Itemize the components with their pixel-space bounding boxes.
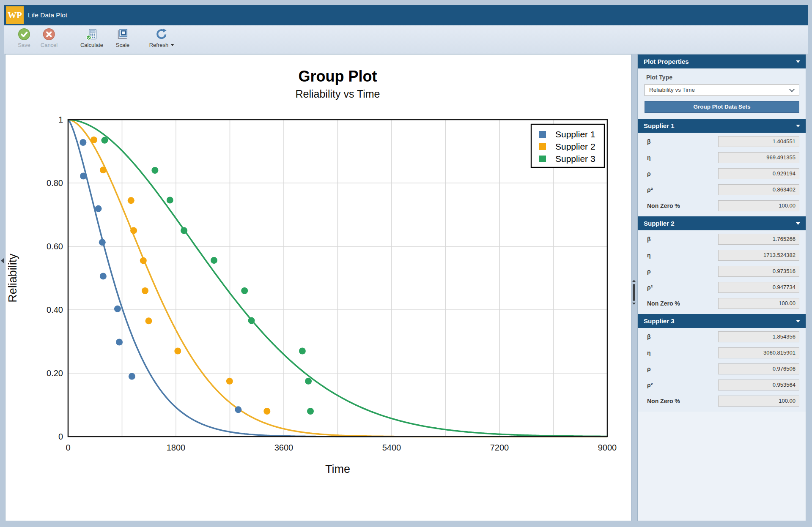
supplier-1-section-header[interactable]: Supplier 1 (638, 119, 806, 133)
table-row: Non Zero %100.00 (638, 396, 806, 407)
table-row: β1.854356 (638, 331, 806, 343)
eta-value-field: 3060.815901 (718, 347, 799, 358)
rho-squared-label: ρ² (647, 284, 653, 291)
table-row: β1.765266 (638, 234, 806, 245)
beta-label: β (647, 333, 651, 340)
table-row: ρ²0.863402 (638, 184, 806, 196)
plot-type-selected-value: Reliability vs Time (649, 87, 695, 93)
supplier-1-header-label: Supplier 1 (644, 122, 675, 129)
rho-squared-label: ρ² (647, 382, 653, 388)
eta-label: η (647, 350, 651, 356)
panel-splitter-handle[interactable] (633, 284, 635, 301)
rho-label: ρ (647, 366, 651, 372)
non-zero-label: Non Zero % (647, 398, 680, 404)
calculate-button[interactable]: Calculate (80, 28, 103, 48)
rho-value-field: 0.973516 (718, 266, 799, 277)
beta-value-field: 1.854356 (718, 331, 799, 342)
cancel-label: Cancel (41, 42, 58, 48)
eta-value-field: 969.491355 (718, 152, 799, 163)
beta-value-field: 1.404551 (718, 136, 799, 147)
rho-squared-value-field: 0.953564 (718, 380, 799, 390)
gridlines (68, 120, 607, 437)
plot-type-select[interactable]: Reliability vs Time (645, 84, 799, 96)
beta-value-field: 1.765266 (718, 234, 799, 245)
save-check-icon (18, 28, 30, 41)
scale-icon (116, 28, 129, 41)
chart-subtitle: Reliability vs Time (295, 88, 380, 100)
window-title: Life Data Plot (28, 11, 67, 19)
svg-text:Supplier 2: Supplier 2 (555, 142, 595, 151)
svg-text:7200: 7200 (490, 443, 509, 452)
svg-text:Supplier 3: Supplier 3 (555, 154, 595, 164)
save-button[interactable]: Save (18, 28, 30, 48)
table-row: η969.491355 (638, 152, 806, 164)
supplier-2-header-label: Supplier 2 (644, 220, 675, 227)
eta-label: η (647, 252, 651, 259)
svg-text:0.60: 0.60 (47, 242, 63, 251)
rho-value-field: 0.929194 (718, 168, 799, 179)
supplier-3-header-label: Supplier 3 (644, 317, 675, 325)
svg-text:0.40: 0.40 (47, 305, 63, 314)
chevron-down-icon (796, 222, 800, 225)
plot-type-label: Plot Type (646, 74, 672, 81)
non-zero-label: Non Zero % (647, 300, 680, 307)
svg-text:9000: 9000 (598, 443, 617, 452)
table-row: Non Zero %100.00 (638, 298, 806, 309)
supplier-3-body: β1.854356 η3060.815901 ρ0.976506 ρ²0.953… (638, 328, 806, 412)
rho-squared-label: ρ² (647, 186, 653, 193)
beta-label: β (647, 236, 651, 243)
app-logo: WP (6, 6, 24, 24)
collapse-left-panel-arrow[interactable] (1, 258, 4, 263)
refresh-dropdown-caret[interactable] (170, 44, 174, 46)
svg-text:0: 0 (58, 432, 63, 441)
supplier-3-section-header[interactable]: Supplier 3 (638, 314, 806, 328)
plot-properties-header[interactable]: Plot Properties (638, 55, 806, 68)
calculator-icon (85, 28, 98, 41)
x-axis-label: Time (325, 463, 350, 475)
refresh-icon (155, 28, 168, 41)
rho-label: ρ (647, 268, 651, 275)
supplier-2-body: β1.765266 η1713.524382 ρ0.973516 ρ²0.947… (638, 230, 806, 314)
group-plot-chart: 01800360054007200900010.800.600.400.200G… (5, 55, 631, 522)
refresh-button[interactable]: Refresh (149, 28, 174, 48)
scale-button[interactable]: Scale (116, 28, 130, 48)
scale-label: Scale (116, 42, 130, 48)
legend: Supplier 1Supplier 2Supplier 3 (531, 124, 604, 167)
svg-text:0.80: 0.80 (47, 178, 63, 188)
chevron-down-icon (789, 87, 795, 92)
refresh-label: Refresh (149, 42, 169, 48)
chevron-down-icon (796, 60, 800, 63)
table-row: η1713.524382 (638, 250, 806, 261)
chevron-down-icon (796, 125, 800, 127)
non-zero-value-field: 100.00 (718, 396, 799, 407)
chevron-down-icon (796, 320, 800, 322)
plot-properties-body: Plot Type Reliability vs Time Group Plot… (638, 68, 806, 119)
svg-text:0: 0 (66, 443, 70, 452)
calculate-label: Calculate (80, 42, 103, 48)
cancel-button[interactable]: Cancel (41, 28, 58, 48)
x-tick-labels: 018003600540072009000 (66, 443, 617, 452)
splitter-arrow-up-icon (632, 280, 636, 282)
rho-label: ρ (647, 170, 651, 177)
y-axis-label: Reliability (6, 254, 19, 303)
table-row: η3060.815901 (638, 347, 806, 359)
eta-value-field: 1713.524382 (718, 250, 799, 261)
supplier-2-section-header[interactable]: Supplier 2 (638, 216, 806, 230)
svg-text:1800: 1800 (167, 443, 186, 452)
group-plot-data-sets-button[interactable]: Group Plot Data Sets (645, 101, 799, 113)
plot-properties-header-label: Plot Properties (644, 58, 689, 65)
rho-value-field: 0.976506 (718, 363, 799, 374)
supplier-1-body: β1.404551 η969.491355 ρ0.929194 ρ²0.8634… (638, 133, 806, 216)
plot-properties-panel: Plot Properties Plot Type Reliability vs… (637, 54, 806, 521)
table-row: ρ²0.947734 (638, 282, 806, 293)
splitter-arrow-down-icon (632, 303, 636, 305)
chart-title: Group Plot (299, 68, 377, 85)
y-tick-labels: 10.800.600.400.200 (47, 115, 63, 441)
non-zero-value-field: 100.00 (718, 200, 799, 211)
window-titlebar: WP Life Data Plot (4, 5, 808, 25)
legend-swatch-icon (539, 143, 546, 150)
legend-swatch-icon (539, 131, 546, 138)
non-zero-value-field: 100.00 (718, 298, 799, 309)
beta-label: β (647, 138, 651, 145)
svg-text:3600: 3600 (274, 443, 294, 452)
